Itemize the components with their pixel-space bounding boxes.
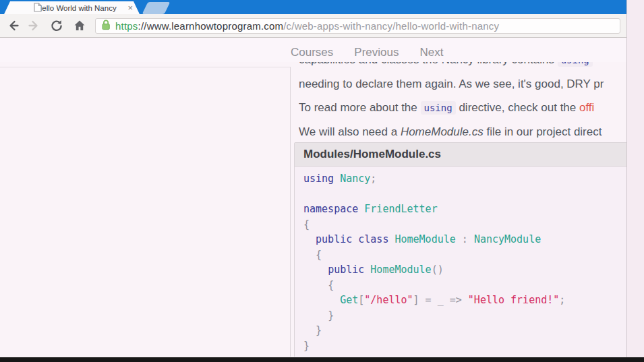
paragraph: We will also need a HomeModule.cs file i… xyxy=(299,120,604,144)
code-text xyxy=(303,324,316,336)
code-text xyxy=(334,173,340,185)
code-punctuation: } xyxy=(328,309,334,322)
url-text: https://www.learnhowtoprogram.com/c/web-… xyxy=(115,20,499,32)
browser-tab[interactable]: Hello World with Nancy × xyxy=(4,1,140,14)
new-tab-button[interactable] xyxy=(142,2,171,14)
code-keyword: using xyxy=(303,173,334,185)
tab-title: Hello World with Nancy xyxy=(36,4,123,12)
code-punctuation: { xyxy=(328,279,334,291)
url-scheme: https xyxy=(115,20,138,32)
code-text xyxy=(303,233,316,245)
home-icon[interactable] xyxy=(71,17,88,34)
code-type: FriendLetter xyxy=(364,203,437,215)
code-line: { xyxy=(303,278,626,293)
text-run: directive, check out the xyxy=(456,101,579,114)
code-punctuation: { xyxy=(316,249,322,261)
code-line: } xyxy=(303,308,626,324)
emphasized-text: HomeModule.cs xyxy=(401,125,484,138)
nav-link-courses[interactable]: Courses xyxy=(291,46,333,59)
browser-window: Hello World with Nancy × xyxy=(0,0,626,357)
paragraph: needing to declare them again. As we see… xyxy=(299,72,604,96)
text-run: needing to declare them again. As we see… xyxy=(299,78,604,90)
code-string: "/hello" xyxy=(364,294,413,306)
url-host: ://www.learnhowtoprogram.com xyxy=(138,20,284,32)
lesson-nav: Courses Previous Next xyxy=(0,38,626,62)
code-line xyxy=(303,187,626,202)
page-icon xyxy=(34,3,42,15)
code-type: NancyModule xyxy=(474,233,541,245)
back-icon[interactable] xyxy=(5,17,22,34)
nav-link-previous[interactable]: Previous xyxy=(354,46,399,59)
code-type: Get xyxy=(340,294,358,306)
close-icon[interactable]: × xyxy=(127,3,133,12)
nav-link-next[interactable]: Next xyxy=(419,46,443,59)
inline-link[interactable]: offi xyxy=(579,101,594,114)
forward-icon[interactable] xyxy=(25,17,42,34)
code-text xyxy=(303,249,316,261)
code-type: HomeModule xyxy=(394,233,455,245)
code-text xyxy=(364,264,370,276)
code-line: public class HomeModule : NancyModule xyxy=(303,232,626,247)
code-punctuation: : xyxy=(456,233,474,245)
code-text xyxy=(303,279,328,291)
code-line: { xyxy=(303,247,626,263)
code-line: { xyxy=(303,217,626,233)
lesson-sidebar xyxy=(0,67,291,357)
code-punctuation: [ xyxy=(358,294,364,306)
code-string: "Hello friend!" xyxy=(468,294,559,306)
code-block: Modules/HomeModule.cs using Nancy; names… xyxy=(294,142,626,357)
code-text xyxy=(303,294,340,306)
url-path: /c/web-apps-with-nancy/hello-world-with-… xyxy=(283,20,499,32)
code-line: namespace FriendLetter xyxy=(303,202,626,217)
code-line: using Nancy; xyxy=(303,171,626,187)
code-punctuation: } xyxy=(316,324,322,336)
reload-icon[interactable] xyxy=(48,17,65,34)
paragraph: To read more about the using directive, … xyxy=(299,96,604,120)
code-type: HomeModule xyxy=(370,264,431,276)
code-punctuation: ] = _ => xyxy=(413,294,468,306)
text-run: file in our project direct xyxy=(484,125,602,138)
page-viewport: Courses Previous Next capabilities and c… xyxy=(0,38,626,357)
code-punctuation: () xyxy=(432,264,444,276)
code-line: Get["/hello"] = _ => "Hello friend!"; xyxy=(303,293,626,308)
code-text xyxy=(352,233,358,245)
code-keyword: namespace xyxy=(303,203,358,215)
code-text xyxy=(303,264,328,276)
code-punctuation: } xyxy=(303,340,310,352)
text-run: We will also need a xyxy=(299,125,401,138)
code-block-title: Modules/HomeModule.cs xyxy=(295,143,626,167)
code-line: } xyxy=(303,338,626,354)
code-punctuation: ; xyxy=(370,173,376,185)
tab-strip: Hello World with Nancy × xyxy=(0,0,626,14)
lesson-paragraphs: capabilities and classes the Nancy libra… xyxy=(299,48,604,144)
code-type: Nancy xyxy=(340,173,370,185)
video-frame: Hello World with Nancy × xyxy=(0,0,644,362)
code-punctuation: ; xyxy=(559,294,565,306)
lock-icon xyxy=(101,19,111,33)
code-text xyxy=(303,309,328,322)
code-text xyxy=(358,203,364,215)
code-keyword: class xyxy=(358,233,388,245)
text-run: To read more about the xyxy=(299,101,421,114)
code-line: public HomeModule() xyxy=(303,262,626,278)
browser-toolbar: https://www.learnhowtoprogram.com/c/web-… xyxy=(0,14,626,38)
code-line: } xyxy=(303,323,626,338)
code-punctuation: { xyxy=(303,218,310,231)
url-bar[interactable]: https://www.learnhowtoprogram.com/c/web-… xyxy=(95,18,620,34)
inline-code: using xyxy=(421,101,456,115)
code-keyword: public xyxy=(328,264,364,276)
letterbox-bar xyxy=(0,357,644,362)
code-body: using Nancy; namespace FriendLetter{ pub… xyxy=(295,167,626,357)
code-keyword: public xyxy=(316,233,352,245)
